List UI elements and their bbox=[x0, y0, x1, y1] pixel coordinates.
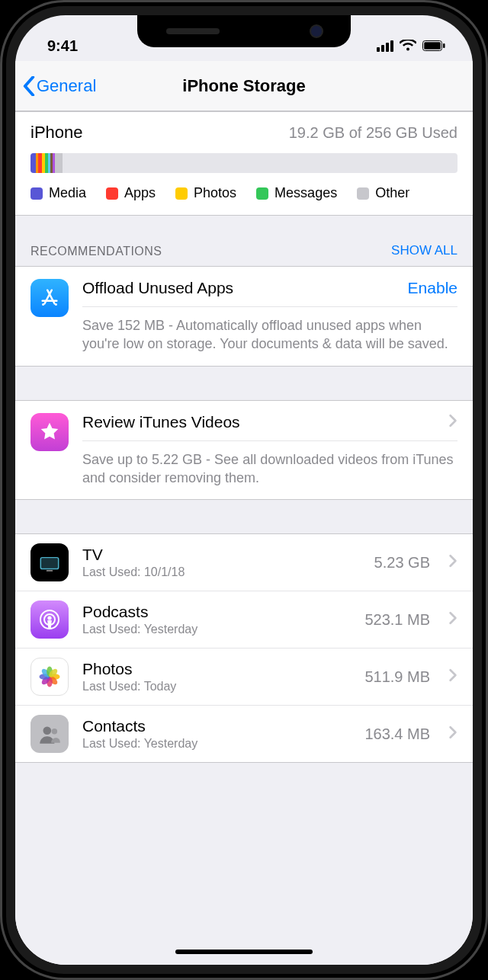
app-last-used: Last Used: Yesterday bbox=[82, 623, 351, 636]
legend-swatch bbox=[30, 187, 43, 200]
app-last-used: Last Used: Yesterday bbox=[82, 737, 351, 751]
speaker-grill bbox=[166, 28, 220, 34]
contacts-icon bbox=[30, 715, 69, 753]
app-size: 511.9 MB bbox=[364, 668, 430, 686]
svg-point-19 bbox=[43, 727, 52, 735]
photos-icon bbox=[30, 658, 69, 696]
chevron-right-icon bbox=[448, 725, 458, 742]
chevron-right-icon bbox=[448, 554, 458, 571]
app-size: 523.1 MB bbox=[364, 611, 430, 629]
svg-rect-1 bbox=[424, 42, 441, 50]
app-name: Photos bbox=[82, 660, 351, 678]
legend-label: Messages bbox=[274, 185, 337, 201]
app-size: 5.23 GB bbox=[374, 554, 430, 572]
chevron-right-icon bbox=[448, 414, 458, 431]
recommendation-title: Review iTunes Videos bbox=[82, 413, 240, 431]
app-row[interactable]: TVLast Used: 10/1/185.23 GB bbox=[15, 534, 473, 591]
notch bbox=[137, 15, 351, 47]
home-indicator[interactable] bbox=[175, 950, 313, 954]
recommendation-title: Offload Unused Apps bbox=[82, 279, 233, 297]
legend-swatch bbox=[357, 187, 369, 200]
phone-frame: 9:41 General iPhone Storage bbox=[0, 0, 488, 980]
svg-point-10 bbox=[47, 617, 51, 620]
svg-rect-5 bbox=[40, 558, 58, 569]
appstore-icon bbox=[30, 279, 69, 317]
back-label: General bbox=[37, 76, 96, 96]
app-size: 163.4 MB bbox=[364, 725, 430, 743]
status-time: 9:41 bbox=[47, 37, 78, 55]
chevron-right-icon bbox=[448, 668, 458, 685]
legend-item: Messages bbox=[256, 185, 337, 201]
wifi-icon bbox=[400, 40, 416, 52]
legend-label: Other bbox=[375, 185, 409, 201]
device-name: iPhone bbox=[30, 123, 83, 143]
legend-item: Other bbox=[357, 185, 409, 201]
recommendation-item[interactable]: Review iTunes VideosSave up to 5.22 GB -… bbox=[15, 400, 473, 501]
app-name: Podcasts bbox=[82, 603, 351, 621]
chevron-left-icon bbox=[23, 76, 35, 96]
legend-swatch bbox=[106, 187, 118, 200]
app-last-used: Last Used: Today bbox=[82, 680, 351, 693]
recommendations-title: RECOMMENDATIONS bbox=[30, 245, 162, 258]
content[interactable]: iPhone 19.2 GB of 256 GB Used MediaAppsP… bbox=[15, 111, 473, 965]
storage-segment bbox=[55, 153, 63, 173]
cellular-signal-icon bbox=[377, 40, 393, 52]
app-name: TV bbox=[82, 546, 361, 564]
legend-item: Photos bbox=[175, 185, 236, 201]
recommendation-enable-button[interactable]: Enable bbox=[408, 279, 458, 297]
app-row[interactable]: PodcastsLast Used: Yesterday523.1 MB bbox=[15, 591, 473, 648]
page-title: iPhone Storage bbox=[182, 76, 305, 96]
status-right bbox=[377, 40, 445, 52]
battery-icon bbox=[422, 40, 445, 51]
recommendations-list: Offload Unused AppsEnableSave 152 MB - A… bbox=[15, 266, 473, 500]
legend-swatch bbox=[175, 187, 188, 200]
tv-icon bbox=[30, 543, 69, 581]
itunes-icon bbox=[30, 413, 69, 451]
chevron-right-icon bbox=[448, 611, 458, 628]
storage-segment bbox=[30, 153, 36, 173]
navigation-bar: General iPhone Storage bbox=[15, 61, 473, 111]
legend-label: Photos bbox=[194, 185, 236, 201]
storage-bar bbox=[30, 153, 458, 173]
app-row[interactable]: ContactsLast Used: Yesterday163.4 MB bbox=[15, 705, 473, 762]
legend-item: Apps bbox=[106, 185, 156, 201]
storage-usage: 19.2 GB of 256 GB Used bbox=[289, 124, 458, 142]
legend-label: Media bbox=[49, 185, 86, 201]
svg-rect-2 bbox=[443, 43, 445, 48]
podcasts-icon bbox=[30, 600, 69, 639]
back-button[interactable]: General bbox=[23, 61, 96, 110]
app-list: TVLast Used: 10/1/185.23 GBPodcastsLast … bbox=[15, 533, 473, 763]
recommendations-header: RECOMMENDATIONS SHOW ALL bbox=[15, 216, 473, 266]
svg-point-3 bbox=[42, 303, 44, 306]
screen: 9:41 General iPhone Storage bbox=[15, 15, 473, 965]
recommendation-description: Save 152 MB - Automatically offload unus… bbox=[82, 307, 458, 354]
app-last-used: Last Used: 10/1/18 bbox=[82, 565, 361, 579]
svg-point-20 bbox=[52, 729, 57, 734]
show-all-button[interactable]: SHOW ALL bbox=[391, 243, 458, 258]
app-name: Contacts bbox=[82, 717, 351, 735]
svg-rect-7 bbox=[47, 570, 53, 572]
svg-point-4 bbox=[55, 303, 57, 306]
storage-legend: MediaAppsPhotosMessagesOther bbox=[30, 185, 458, 201]
storage-summary: iPhone 19.2 GB of 256 GB Used MediaAppsP… bbox=[15, 111, 473, 216]
recommendation-description: Save up to 5.22 GB - See all downloaded … bbox=[82, 441, 458, 488]
legend-label: Apps bbox=[124, 185, 156, 201]
app-row[interactable]: PhotosLast Used: Today511.9 MB bbox=[15, 648, 473, 705]
recommendation-item: Offload Unused AppsEnableSave 152 MB - A… bbox=[15, 266, 473, 367]
legend-swatch bbox=[256, 187, 268, 200]
legend-item: Media bbox=[30, 185, 86, 201]
front-camera bbox=[311, 26, 322, 37]
